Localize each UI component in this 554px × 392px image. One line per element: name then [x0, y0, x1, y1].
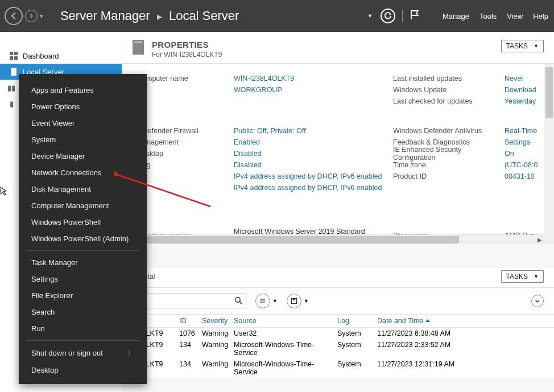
- nav-history-dropdown[interactable]: ▼: [39, 13, 44, 19]
- tasks-label: TASKS: [506, 42, 528, 50]
- prop-value[interactable]: 00431-10: [505, 172, 535, 180]
- ctx-network-connections[interactable]: Network Connections: [19, 164, 147, 181]
- prop-value[interactable]: Real-Time: [505, 127, 537, 135]
- svg-point-9: [261, 302, 262, 303]
- prop-value[interactable]: IPv4 address assigned by DHCP, IPv6 enab…: [234, 184, 393, 192]
- vertical-scrollbar[interactable]: [544, 64, 554, 244]
- cell-log: System: [337, 341, 377, 357]
- prop-value[interactable]: Yesterday: [505, 97, 536, 105]
- col-log[interactable]: Log: [337, 317, 377, 325]
- prop-value[interactable]: WIN-I238L4OLKT9: [234, 75, 393, 82]
- back-button[interactable]: [5, 7, 23, 25]
- chevron-right-icon: 〉: [127, 348, 134, 358]
- save-query-button[interactable]: [287, 294, 301, 308]
- separator: [402, 10, 403, 22]
- col-date[interactable]: Date and Time: [377, 317, 491, 325]
- prop-value[interactable]: (UTC-08:0: [505, 161, 538, 169]
- svg-rect-14: [293, 299, 295, 300]
- prop-value[interactable]: Download: [505, 86, 536, 94]
- menu-separator: [26, 340, 140, 341]
- chevron-down-icon[interactable]: ▼: [304, 298, 309, 304]
- ctx-apps-and-features[interactable]: Apps and Features: [19, 82, 147, 98]
- chevron-right-icon: ▸: [157, 11, 162, 22]
- forward-button[interactable]: [25, 10, 38, 22]
- ctx-power-options[interactable]: Power Options: [19, 98, 147, 115]
- chevron-down-icon[interactable]: ▼: [272, 298, 278, 304]
- ctx-search[interactable]: Search: [19, 304, 147, 320]
- properties-title: PROPERTIES: [152, 40, 222, 49]
- prop-label: IE Enhanced Security Configuration: [393, 146, 505, 162]
- sidebar-item-dashboard[interactable]: Dashboard: [0, 48, 122, 64]
- svg-point-7: [261, 299, 262, 300]
- query-builder-button[interactable]: [255, 294, 270, 308]
- prop-value[interactable]: Settings: [505, 138, 530, 146]
- prop-label: Windows Defender Antivirus: [393, 127, 505, 135]
- prop-label: Last checked for updates: [393, 97, 505, 105]
- servers-icon: ▮▮: [7, 84, 16, 92]
- ctx-windows-powershell[interactable]: Windows PowerShell: [19, 214, 147, 230]
- ctx-settings[interactable]: Settings: [19, 271, 147, 287]
- prop-value[interactable]: Disabled: [234, 161, 393, 169]
- prop-value[interactable]: Public: Off, Private: Off: [234, 127, 393, 135]
- menu-help[interactable]: Help: [533, 12, 548, 20]
- event-row[interactable]: L4OLKT9 134 Warning Microsoft-Windows-Ti…: [122, 358, 554, 378]
- svg-rect-3: [14, 56, 18, 60]
- address-dropdown[interactable]: ▼: [367, 13, 373, 19]
- cell-date: 11/27/2023 12:31:19 AM: [377, 360, 491, 376]
- ctx-computer-management[interactable]: Computer Management: [19, 197, 147, 214]
- ctx-event-viewer[interactable]: Event Viewer: [19, 115, 147, 131]
- ctx-disk-management[interactable]: Disk Management: [19, 181, 147, 197]
- cell-date: 11/27/2023 2:33:52 AM: [377, 341, 491, 357]
- ctx-label: Desktop: [31, 366, 59, 374]
- ctx-label: Windows PowerShell (Admin): [31, 234, 129, 243]
- prop-value[interactable]: Enabled: [234, 138, 393, 146]
- prop-label: Windows Update: [393, 86, 505, 94]
- cell-log: System: [337, 360, 377, 376]
- ctx-system[interactable]: System: [19, 131, 147, 148]
- search-icon[interactable]: [231, 296, 246, 306]
- properties-tasks-dropdown[interactable]: TASKS ▼: [501, 40, 544, 52]
- events-filter-input[interactable]: [133, 294, 246, 308]
- svg-rect-4: [11, 68, 16, 76]
- crumb-root[interactable]: Server Manager: [60, 9, 150, 23]
- ctx-label: Apps and Features: [31, 86, 94, 94]
- event-row[interactable]: L4OLKT9 1076 Warning User32 System 11/27…: [122, 328, 554, 339]
- prop-value[interactable]: On: [505, 150, 514, 158]
- col-id[interactable]: ID: [179, 317, 202, 325]
- cell-source: Microsoft-Windows-Time-Service: [234, 360, 337, 376]
- events-tasks-dropdown[interactable]: TASKS ▼: [501, 270, 544, 283]
- col-source[interactable]: Source: [234, 317, 337, 325]
- menu-manage[interactable]: Manage: [443, 12, 469, 20]
- prop-value[interactable]: IPv4 address assigned by DHCP, IPv6 enab…: [234, 172, 393, 180]
- prop-label: Time zone: [393, 161, 505, 169]
- ctx-device-manager[interactable]: Device Manager: [19, 148, 147, 164]
- menu-view[interactable]: View: [507, 12, 523, 20]
- scroll-right-button[interactable]: ▶: [535, 235, 544, 244]
- ctx-task-manager[interactable]: Task Manager: [19, 254, 147, 271]
- menu-tools[interactable]: Tools: [479, 12, 497, 20]
- col-severity[interactable]: Severity: [202, 317, 234, 325]
- filter-textfield[interactable]: [133, 297, 231, 305]
- event-row[interactable]: L4OLKT9 134 Warning Microsoft-Windows-Ti…: [122, 339, 554, 358]
- expand-toggle-button[interactable]: [531, 295, 544, 307]
- crumb-page[interactable]: Local Server: [169, 9, 239, 23]
- ctx-desktop[interactable]: Desktop: [19, 362, 147, 378]
- scroll-thumb[interactable]: [123, 236, 459, 244]
- ctx-windows-powershell-admin-[interactable]: Windows PowerShell (Admin): [19, 230, 147, 247]
- prop-value[interactable]: WORKGROUP: [234, 86, 393, 94]
- ctx-run[interactable]: Run: [19, 320, 147, 337]
- properties-body: Computer name WIN-I238L4OLKT9 Last insta…: [122, 63, 554, 244]
- ctx-label: System: [31, 135, 56, 144]
- prop-value[interactable]: Never: [505, 75, 523, 82]
- prop-value[interactable]: Disabled: [234, 150, 393, 158]
- refresh-button[interactable]: [381, 9, 395, 23]
- ctx-shutdown[interactable]: Shut down or sign out 〉: [19, 344, 147, 362]
- svg-point-5: [235, 297, 240, 302]
- scroll-thumb[interactable]: [545, 67, 553, 118]
- notifications-flag-icon[interactable]: [410, 9, 420, 23]
- ctx-file-explorer[interactable]: File Explorer: [19, 287, 147, 304]
- cell-id: 1076: [179, 329, 202, 337]
- storage-icon: ▮: [7, 100, 16, 108]
- menu-separator: [26, 250, 140, 251]
- horizontal-scrollbar[interactable]: ▶: [122, 234, 544, 244]
